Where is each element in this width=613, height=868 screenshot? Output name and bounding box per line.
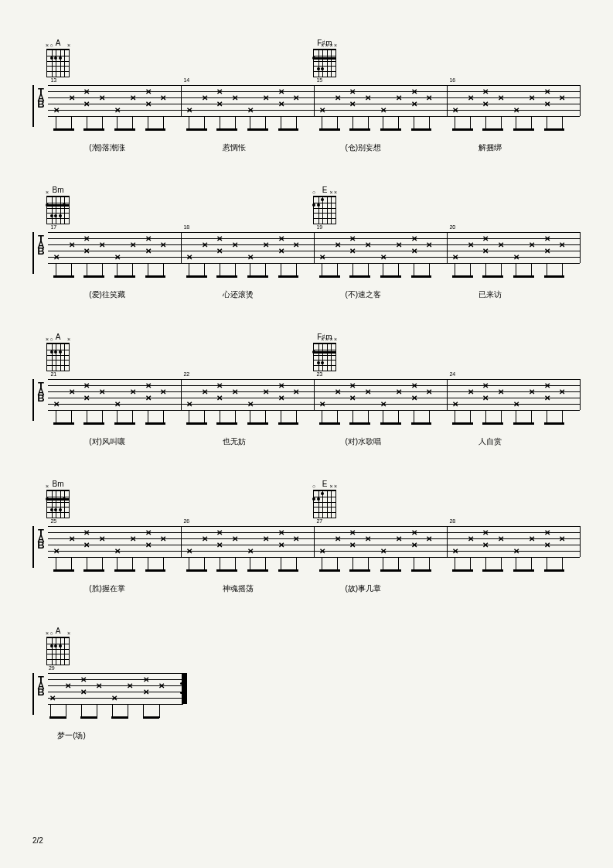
tab-note: ✕ bbox=[365, 241, 371, 249]
chord-name: Bm bbox=[46, 480, 70, 488]
tab-note: ✕ bbox=[80, 688, 87, 696]
page-number: 2/2 bbox=[32, 836, 43, 845]
tab-note: ✕ bbox=[293, 94, 299, 102]
lyric-text: (胜)握在掌 bbox=[89, 583, 125, 594]
measure-number: 27 bbox=[316, 518, 322, 524]
tab-clef: TAB bbox=[32, 85, 48, 127]
tab-note: ✕ bbox=[482, 100, 489, 108]
measure-number: 21 bbox=[50, 371, 56, 377]
beam bbox=[186, 422, 207, 425]
tab-note: ✕ bbox=[202, 388, 208, 396]
beam bbox=[452, 422, 473, 425]
measure-number: 28 bbox=[449, 518, 455, 524]
tab-note: ✕ bbox=[482, 381, 489, 390]
tab-note: ✕ bbox=[411, 528, 417, 537]
tab-note: ✕ bbox=[247, 106, 254, 114]
beam bbox=[53, 275, 74, 278]
tab-note: ✕ bbox=[53, 400, 60, 408]
tab-note: ✕ bbox=[99, 388, 105, 396]
beam bbox=[411, 422, 432, 425]
barline bbox=[447, 85, 448, 116]
chord-row: Bm×E○×× bbox=[32, 186, 580, 232]
barline bbox=[580, 85, 581, 116]
tab-note: ✕ bbox=[114, 400, 121, 408]
tab-note: ✕ bbox=[380, 400, 387, 408]
beam bbox=[216, 569, 237, 572]
beam bbox=[452, 128, 473, 131]
tab-note: ✕ bbox=[365, 94, 371, 102]
beam bbox=[452, 275, 473, 278]
lyric-text: 已来访 bbox=[478, 289, 502, 300]
chord-diagram: ○×× bbox=[313, 490, 336, 518]
beam bbox=[247, 422, 268, 425]
beam bbox=[411, 275, 432, 278]
tab-note: ✕ bbox=[544, 381, 550, 390]
tab-note: ✕ bbox=[216, 100, 223, 108]
tab-note: ✕ bbox=[114, 106, 121, 114]
barline bbox=[181, 379, 182, 410]
lyric-text: (不)速之客 bbox=[345, 289, 381, 300]
tab-clef: TAB bbox=[32, 526, 48, 568]
tab-note: ✕ bbox=[278, 100, 284, 108]
beam bbox=[216, 275, 237, 278]
beam bbox=[380, 275, 401, 278]
beam bbox=[319, 275, 340, 278]
tab-note: ✕ bbox=[452, 547, 458, 555]
tab-note: ✕ bbox=[468, 241, 474, 249]
barline bbox=[314, 526, 315, 557]
tab-note: ✕ bbox=[411, 394, 417, 402]
beam bbox=[544, 422, 565, 425]
beam bbox=[380, 128, 401, 131]
tab-note: ✕ bbox=[559, 388, 565, 396]
tab-row: TAB25✕✕✕✕✕✕✕✕✕✕26✕✕✕✕✕✕✕✕✕✕27✕✕✕✕✕✕✕✕✕✕2… bbox=[32, 526, 580, 565]
tab-row: TAB13✕✕✕✕✕✕✕✕✕✕14✕✕✕✕✕✕✕✕✕✕15✕✕✕✕✕✕✕✕✕✕1… bbox=[32, 85, 580, 124]
tab-note: ✕ bbox=[53, 253, 60, 261]
tab-note: ✕ bbox=[544, 394, 550, 402]
measure-number: 17 bbox=[50, 224, 56, 230]
tab-note: ✕ bbox=[83, 247, 90, 255]
end-barline bbox=[182, 673, 187, 704]
tab-note: ✕ bbox=[83, 541, 90, 549]
tab-note: ✕ bbox=[216, 541, 223, 549]
tab-note: ✕ bbox=[559, 535, 565, 543]
tab-note: ✕ bbox=[216, 528, 223, 537]
tab-note: ✕ bbox=[69, 241, 75, 249]
tab-note: ✕ bbox=[411, 247, 417, 255]
lyric-text: (对)水歌唱 bbox=[345, 436, 381, 447]
tab-note: ✕ bbox=[278, 541, 284, 549]
tab-note: ✕ bbox=[69, 94, 75, 102]
beam bbox=[114, 422, 135, 425]
tab-note: ✕ bbox=[69, 388, 75, 396]
tab-note: ✕ bbox=[452, 106, 458, 114]
chord-row: A×○×F♯m×××× bbox=[32, 333, 580, 379]
tab-note: ✕ bbox=[365, 388, 371, 396]
tab-note: ✕ bbox=[411, 87, 417, 96]
tab-note: ✕ bbox=[53, 547, 60, 555]
measure-number: 23 bbox=[316, 371, 322, 377]
tab-note: ✕ bbox=[143, 675, 149, 684]
tab-note: ✕ bbox=[216, 234, 223, 243]
tab-note: ✕ bbox=[232, 241, 238, 249]
tab-clef: TAB bbox=[32, 673, 48, 715]
barline bbox=[447, 526, 448, 557]
tab-note: ✕ bbox=[380, 106, 387, 114]
tab-note: ✕ bbox=[111, 694, 117, 702]
chord-block: E○×× bbox=[313, 480, 336, 518]
tab-note: ✕ bbox=[544, 87, 550, 96]
tab-note: ✕ bbox=[426, 241, 432, 249]
beam bbox=[247, 569, 268, 572]
chord-block: A×○× bbox=[46, 627, 70, 665]
tab-note: ✕ bbox=[145, 381, 152, 390]
tab-system: A×○×F♯m××××TAB21✕✕✕✕✕✕✕✕✕✕22✕✕✕✕✕✕✕✕✕✕23… bbox=[32, 333, 580, 447]
tab-note: ✕ bbox=[482, 87, 489, 96]
tab-note: ✕ bbox=[513, 106, 519, 114]
lyric-text: 人自赏 bbox=[478, 436, 502, 447]
tab-note: ✕ bbox=[216, 87, 223, 96]
tab-note: ✕ bbox=[544, 247, 550, 255]
tab-note: ✕ bbox=[145, 247, 152, 255]
barline bbox=[580, 379, 581, 410]
tab-note: ✕ bbox=[160, 241, 166, 249]
beam bbox=[111, 716, 128, 719]
lyric-row: (对)风叫嚷也无妨(对)水歌唱人自赏 bbox=[32, 436, 580, 447]
chord-diagram: ×○× bbox=[46, 343, 70, 371]
